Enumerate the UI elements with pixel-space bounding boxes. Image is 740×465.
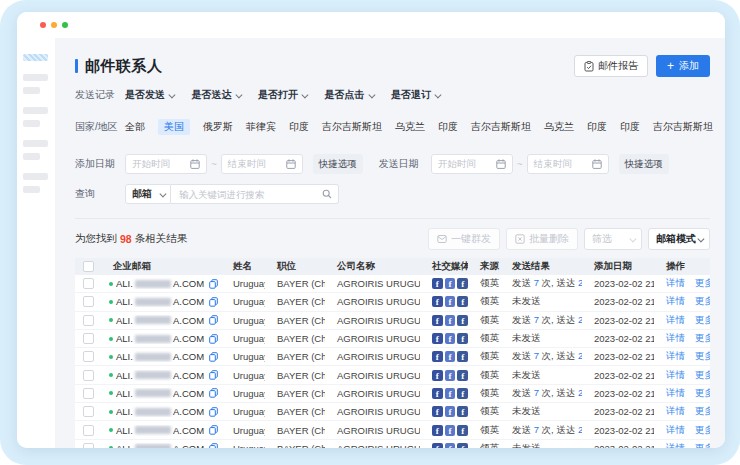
facebook-icon[interactable]: f (445, 296, 456, 307)
facebook-icon[interactable]: f (432, 333, 443, 344)
more-link[interactable]: 更多 (695, 332, 710, 345)
query-type-select[interactable]: 邮箱 (125, 184, 171, 204)
sidebar-item[interactable] (23, 140, 48, 147)
more-link[interactable]: 更多 (695, 350, 710, 363)
sidebar-item[interactable] (23, 173, 48, 180)
sidebar-item[interactable] (23, 107, 48, 114)
detail-link[interactable]: 详情 (666, 405, 685, 418)
copy-email-button[interactable] (209, 407, 218, 417)
facebook-icon[interactable]: f (457, 406, 468, 417)
more-link[interactable]: 更多 (695, 369, 710, 382)
row-checkbox[interactable] (83, 333, 94, 344)
facebook-icon[interactable]: f (432, 388, 443, 399)
country-chip[interactable]: 菲律宾 (246, 120, 276, 134)
country-chip[interactable]: 印度 (620, 120, 640, 134)
copy-email-button[interactable] (209, 315, 218, 325)
row-checkbox[interactable] (83, 296, 94, 307)
facebook-icon[interactable]: f (445, 425, 456, 436)
country-chip[interactable]: 俄罗斯 (203, 120, 233, 134)
facebook-icon[interactable]: f (445, 278, 456, 289)
country-chip[interactable]: 全部 (125, 120, 145, 134)
record-filter-dropdown[interactable]: 是否打开 (258, 88, 307, 102)
row-checkbox[interactable] (83, 388, 94, 399)
sidebar-item[interactable] (23, 87, 40, 94)
add-date-start-input[interactable]: 开始时间 (125, 154, 207, 174)
copy-email-button[interactable] (209, 297, 218, 307)
more-link[interactable]: 更多 (695, 295, 710, 308)
sidebar-item-active[interactable] (23, 54, 48, 61)
country-chip[interactable]: 吉尔吉斯斯坦 (653, 120, 713, 134)
detail-link[interactable]: 详情 (666, 442, 685, 448)
facebook-icon[interactable]: f (432, 351, 443, 362)
facebook-icon[interactable]: f (445, 351, 456, 362)
mailbox-mode-select[interactable]: 邮箱模式 (648, 228, 710, 250)
more-link[interactable]: 更多 (695, 405, 710, 418)
facebook-icon[interactable]: f (432, 370, 443, 381)
facebook-icon[interactable]: f (432, 315, 443, 326)
detail-link[interactable]: 详情 (666, 277, 685, 290)
country-chip[interactable]: 吉尔吉斯斯坦 (322, 120, 382, 134)
record-filter-dropdown[interactable]: 是否发送 (125, 88, 174, 102)
maximize-window-button[interactable] (62, 22, 68, 28)
facebook-icon[interactable]: f (432, 443, 443, 448)
more-link[interactable]: 更多 (695, 387, 710, 400)
copy-email-button[interactable] (209, 334, 218, 344)
facebook-icon[interactable]: f (445, 370, 456, 381)
row-checkbox[interactable] (83, 406, 94, 417)
close-window-button[interactable] (40, 22, 46, 28)
facebook-icon[interactable]: f (457, 351, 468, 362)
detail-link[interactable]: 详情 (666, 424, 685, 437)
copy-email-button[interactable] (209, 352, 218, 362)
row-checkbox[interactable] (83, 278, 94, 289)
copy-email-button[interactable] (209, 279, 218, 289)
detail-link[interactable]: 详情 (666, 332, 685, 345)
send-date-end-input[interactable]: 结束时间 (527, 154, 609, 174)
detail-link[interactable]: 详情 (666, 314, 685, 327)
facebook-icon[interactable]: f (432, 296, 443, 307)
facebook-icon[interactable]: f (445, 443, 456, 448)
record-filter-dropdown[interactable]: 是否送达 (192, 88, 241, 102)
more-link[interactable]: 更多 (695, 314, 710, 327)
mail-report-button[interactable]: 邮件报告 (574, 55, 648, 77)
row-checkbox[interactable] (83, 443, 94, 448)
row-checkbox[interactable] (83, 425, 94, 436)
send-date-start-input[interactable]: 开始时间 (431, 154, 513, 174)
facebook-icon[interactable]: f (457, 425, 468, 436)
country-chip[interactable]: 乌克兰 (395, 120, 425, 134)
add-date-end-input[interactable]: 结束时间 (221, 154, 303, 174)
record-filter-dropdown[interactable]: 是否点击 (325, 88, 374, 102)
copy-email-button[interactable] (209, 443, 218, 448)
sidebar-item[interactable] (23, 153, 40, 160)
sidebar-item[interactable] (23, 74, 48, 81)
facebook-icon[interactable]: f (457, 370, 468, 381)
detail-link[interactable]: 详情 (666, 295, 685, 308)
facebook-icon[interactable]: f (457, 278, 468, 289)
detail-link[interactable]: 详情 (666, 369, 685, 382)
country-chip-selected[interactable]: 美国 (158, 119, 190, 135)
sidebar-item[interactable] (23, 186, 40, 193)
add-date-quick-options-button[interactable]: 快捷选项 (313, 154, 363, 174)
detail-link[interactable]: 详情 (666, 350, 685, 363)
country-chip[interactable]: 印度 (438, 120, 458, 134)
country-chip[interactable]: 乌克兰 (544, 120, 574, 134)
facebook-icon[interactable]: f (457, 388, 468, 399)
record-filter-dropdown[interactable]: 是否退订 (391, 88, 440, 102)
filter-select[interactable]: 筛选 (584, 228, 642, 250)
more-link[interactable]: 更多 (695, 277, 710, 290)
sidebar-item[interactable] (23, 120, 40, 127)
add-button[interactable]: + 添加 (656, 55, 710, 77)
facebook-icon[interactable]: f (432, 425, 443, 436)
keyword-search-input[interactable] (171, 184, 339, 204)
facebook-icon[interactable]: f (445, 388, 456, 399)
copy-email-button[interactable] (209, 370, 218, 380)
copy-email-button[interactable] (209, 425, 218, 435)
send-date-quick-options-button[interactable]: 快捷选项 (619, 154, 669, 174)
facebook-icon[interactable]: f (432, 278, 443, 289)
select-all-checkbox[interactable] (83, 261, 94, 272)
facebook-icon[interactable]: f (445, 406, 456, 417)
row-checkbox[interactable] (83, 315, 94, 326)
bulk-send-button[interactable]: 一键群发 (428, 228, 500, 250)
facebook-icon[interactable]: f (457, 443, 468, 448)
minimize-window-button[interactable] (51, 22, 57, 28)
more-link[interactable]: 更多 (695, 442, 710, 448)
